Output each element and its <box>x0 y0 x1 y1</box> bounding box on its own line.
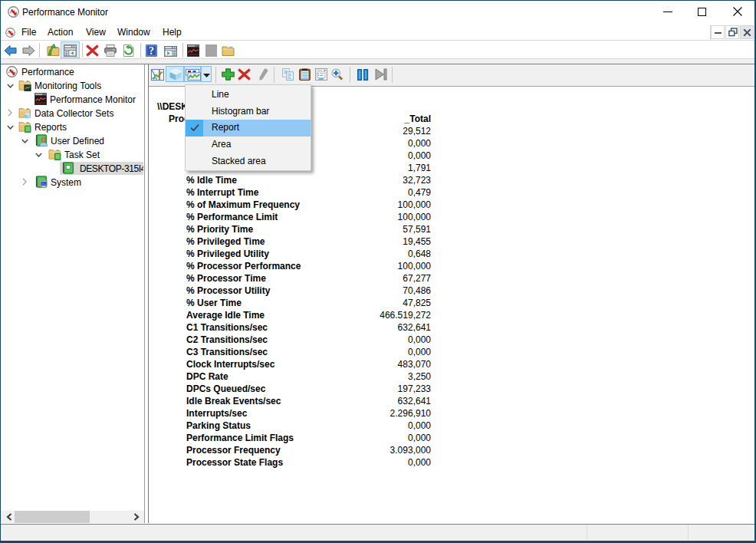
svg-text:?: ? <box>149 45 154 57</box>
